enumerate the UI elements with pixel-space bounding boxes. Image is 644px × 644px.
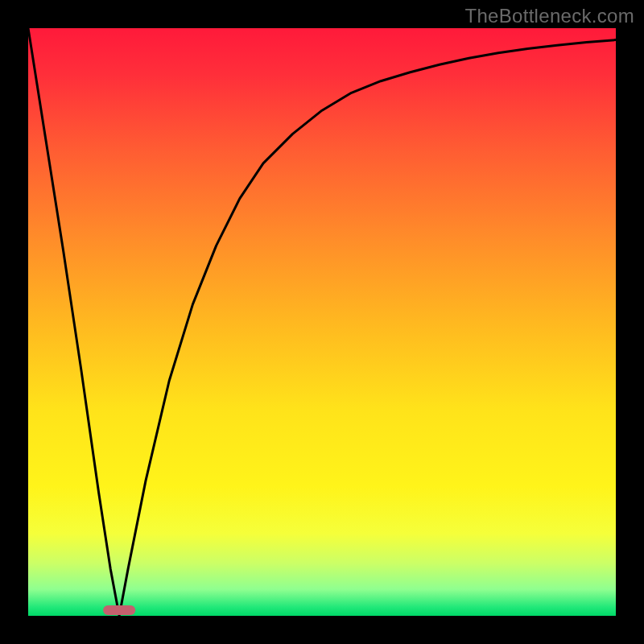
watermark-text: TheBottleneck.com: [464, 5, 634, 27]
bottleneck-chart: [28, 28, 616, 616]
plot-area: [28, 28, 616, 616]
chart-frame: TheBottleneck.com: [0, 0, 644, 644]
optimal-marker: [103, 605, 135, 615]
gradient-background: [28, 28, 616, 616]
